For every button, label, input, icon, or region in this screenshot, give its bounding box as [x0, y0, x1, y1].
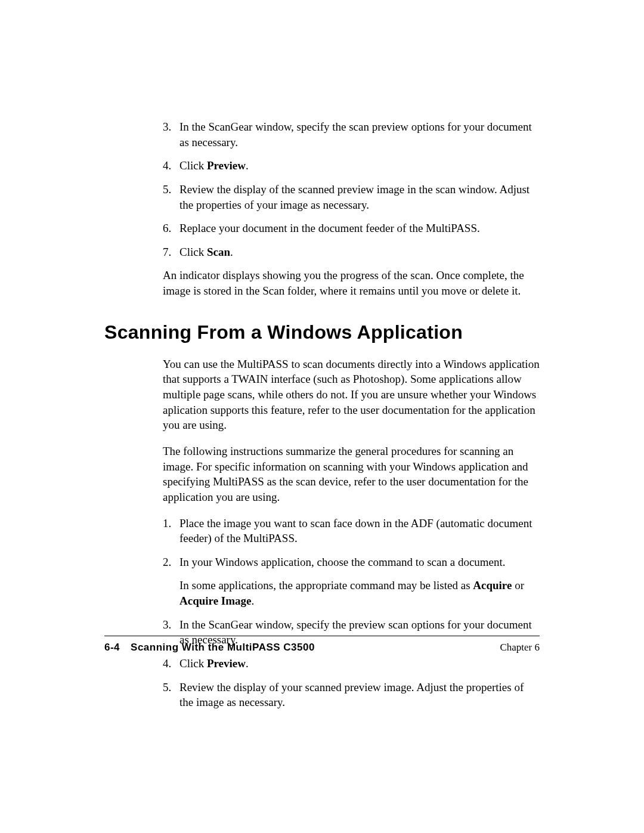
bottom-ordered-list: 1. Place the image you want to scan face… [163, 516, 540, 710]
list-item: 6. Replace your document in the document… [163, 221, 540, 236]
list-item: 4. Click Preview. [163, 656, 540, 671]
bold-term: Preview [207, 657, 246, 670]
bold-term: Acquire [473, 579, 512, 592]
list-text: Click Scan. [179, 244, 540, 260]
paragraph: The following instructions summarize the… [163, 444, 540, 505]
list-text: Click Preview. [179, 158, 540, 174]
list-number: 3. [163, 119, 179, 150]
list-number: 2. [163, 555, 179, 609]
list-item: 4. Click Preview. [163, 158, 540, 174]
section-heading: Scanning From a Windows Application [104, 321, 540, 343]
list-number: 4. [163, 158, 179, 174]
list-item: 3. In the ScanGear window, specify the s… [163, 119, 540, 150]
footer-title: Scanning With the MultiPASS C3500 [131, 642, 315, 654]
bold-term: Acquire Image [179, 594, 252, 607]
page-number: 6-4 [104, 642, 120, 654]
list-item: 5. Review the display of the scanned pre… [163, 182, 540, 212]
list-text: Replace your document in the document fe… [179, 221, 540, 236]
list-number: 6. [163, 221, 179, 236]
paragraph: An indicator displays showing you the pr… [163, 268, 540, 298]
list-number: 5. [163, 680, 179, 710]
page-content: 3. In the ScanGear window, specify the s… [104, 119, 540, 719]
list-text: In the ScanGear window, specify the scan… [179, 119, 540, 150]
list-item: 2. In your Windows application, choose t… [163, 555, 540, 609]
footer-rule [104, 636, 540, 636]
list-text: Review the display of the scanned previe… [179, 182, 540, 212]
list-text: In your Windows application, choose the … [179, 555, 540, 609]
list-text: Review the display of your scanned previ… [179, 680, 540, 710]
list-item: 7. Click Scan. [163, 244, 540, 260]
list-item: 5. Review the display of your scanned pr… [163, 680, 540, 710]
list-text: Place the image you want to scan face do… [179, 516, 540, 546]
paragraph: You can use the MultiPASS to scan docume… [163, 357, 540, 433]
list-number: 4. [163, 656, 179, 671]
sub-paragraph: In some applications, the appropriate co… [179, 578, 540, 608]
bold-term: Scan [207, 246, 230, 258]
list-number: 5. [163, 182, 179, 212]
page-footer: 6-4 Scanning With the MultiPASS C3500 Ch… [104, 642, 540, 654]
chapter-label: Chapter 6 [500, 642, 540, 654]
footer-left: 6-4 Scanning With the MultiPASS C3500 [104, 642, 315, 654]
top-ordered-list: 3. In the ScanGear window, specify the s… [163, 119, 540, 259]
list-text: Click Preview. [179, 656, 540, 671]
list-number: 1. [163, 516, 179, 546]
list-item: 1. Place the image you want to scan face… [163, 516, 540, 546]
bold-term: Preview [207, 159, 246, 172]
list-number: 7. [163, 244, 179, 260]
